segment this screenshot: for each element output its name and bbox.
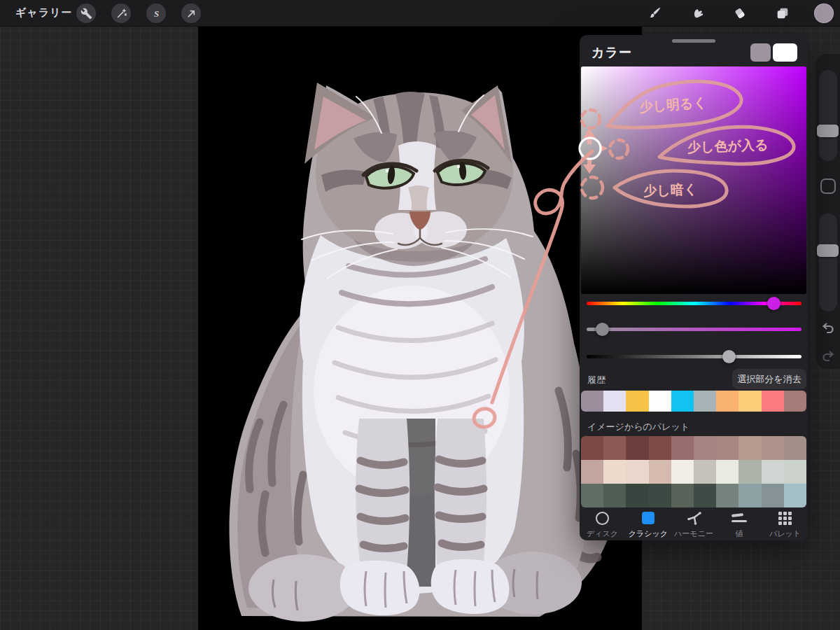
color-swatch[interactable] — [603, 436, 626, 460]
history-swatches — [581, 391, 806, 412]
palette-row — [581, 460, 806, 484]
gallery-button[interactable]: ギャラリー — [15, 6, 72, 20]
color-swatch[interactable] — [626, 436, 648, 460]
undo-button[interactable] — [820, 321, 836, 337]
color-swatch[interactable] — [603, 484, 626, 507]
color-swatch[interactable] — [716, 391, 738, 412]
transform-button[interactable] — [181, 4, 201, 23]
color-swatch[interactable] — [762, 460, 784, 484]
color-swatch[interactable] — [694, 484, 716, 507]
svg-text:S: S — [153, 8, 158, 18]
saturation-slider[interactable] — [587, 328, 802, 331]
color-swatch[interactable] — [649, 484, 671, 507]
brightness-slider[interactable] — [587, 355, 802, 358]
panel-title: カラー — [592, 44, 632, 61]
color-swatch[interactable] — [581, 391, 603, 412]
color-swatch[interactable] — [581, 436, 603, 460]
color-swatch[interactable] — [738, 460, 761, 484]
wrench-icon — [80, 8, 92, 20]
layers-button[interactable] — [773, 4, 792, 23]
color-swatch[interactable] — [716, 460, 738, 484]
disc-icon — [596, 512, 609, 525]
color-swatch[interactable] — [762, 436, 784, 460]
saturation-slider-knob[interactable] — [596, 323, 609, 336]
image-palette-label: イメージからのパレット — [587, 421, 690, 433]
color-swatch[interactable] — [716, 436, 738, 460]
tab-value[interactable]: 値 — [717, 505, 762, 540]
color-swatch[interactable] — [626, 391, 648, 412]
selection-s-icon: S — [150, 8, 162, 20]
top-toolbar: ギャラリー S — [0, 0, 840, 27]
magic-wand-icon — [115, 8, 127, 20]
color-swatch[interactable] — [649, 391, 671, 412]
color-swatch[interactable] — [626, 484, 648, 507]
current-color-button[interactable] — [814, 4, 834, 23]
brightness-slider-knob[interactable] — [722, 350, 736, 363]
color-swatch[interactable] — [603, 391, 626, 412]
tab-disc[interactable]: ディスク — [580, 505, 625, 540]
actions-button[interactable] — [76, 4, 96, 23]
panel-drag-handle[interactable] — [672, 39, 715, 43]
color-swatch[interactable] — [649, 436, 671, 460]
hue-slider[interactable] — [587, 302, 802, 305]
color-swatch[interactable] — [671, 460, 694, 484]
color-swatch[interactable] — [671, 436, 694, 460]
selection-button[interactable]: S — [146, 4, 166, 23]
color-swatch[interactable] — [581, 460, 603, 484]
brush-size-handle[interactable] — [817, 125, 839, 137]
layers-icon — [775, 6, 790, 21]
eraser-icon — [732, 6, 748, 21]
color-swatch[interactable] — [694, 391, 716, 412]
brush-button[interactable] — [645, 4, 664, 23]
color-swatch[interactable] — [626, 460, 648, 484]
color-swatch[interactable] — [784, 436, 806, 460]
color-swatch[interactable] — [716, 484, 738, 507]
color-swatch[interactable] — [671, 484, 694, 507]
classic-icon — [642, 512, 654, 524]
palette-icon — [778, 512, 792, 525]
palette-row — [581, 484, 806, 507]
history-label: 履歴 — [587, 374, 606, 386]
color-swatch[interactable] — [762, 391, 784, 412]
tab-palettes[interactable]: パレット — [762, 505, 808, 540]
color-swatch[interactable] — [738, 436, 761, 460]
color-swatch[interactable] — [784, 460, 806, 484]
smudge-icon — [690, 6, 705, 21]
adjustments-button[interactable] — [111, 4, 131, 23]
tab-harmony[interactable]: ハーモニー — [671, 505, 716, 540]
smudge-button[interactable] — [687, 4, 707, 23]
color-swatch[interactable] — [784, 391, 806, 412]
color-swatch[interactable] — [694, 436, 716, 460]
brush-sidebar — [816, 54, 840, 369]
opacity-slider[interactable] — [819, 214, 837, 312]
secondary-color-swatch[interactable] — [773, 43, 797, 62]
color-swatch[interactable] — [581, 484, 603, 507]
color-mode-tabs: ディスク クラシック ハーモニー 値 — [580, 505, 808, 540]
opacity-handle[interactable] — [817, 244, 839, 257]
value-icon — [732, 514, 747, 522]
color-swatch[interactable] — [649, 460, 671, 484]
color-swatch[interactable] — [603, 460, 626, 484]
transform-arrow-icon — [186, 8, 197, 20]
palette-row — [581, 436, 806, 460]
color-swatch[interactable] — [738, 391, 761, 412]
tab-classic[interactable]: クラシック — [625, 505, 671, 540]
brush-size-slider[interactable] — [819, 70, 837, 161]
saturation-brightness-square[interactable] — [581, 66, 806, 294]
eraser-button[interactable] — [730, 4, 750, 23]
color-swatch[interactable] — [671, 391, 694, 412]
color-swatch[interactable] — [784, 484, 806, 507]
modify-button[interactable] — [820, 178, 836, 194]
color-swatch[interactable] — [762, 484, 784, 507]
color-swatch[interactable] — [738, 484, 761, 507]
clear-selection-button[interactable]: 選択部分を消去 — [732, 369, 806, 389]
image-palette-grid — [581, 436, 806, 507]
drawing-canvas[interactable] — [198, 27, 642, 630]
redo-button[interactable] — [820, 349, 836, 365]
current-color-indicator — [814, 4, 834, 23]
color-panel: カラー 履歴 選択部分を消去 イメージからのパレット ディスク クラシック — [580, 35, 808, 540]
primary-color-swatch[interactable] — [750, 43, 771, 62]
cat-drawing — [198, 27, 642, 630]
hue-slider-knob[interactable] — [767, 297, 780, 310]
color-swatch[interactable] — [694, 460, 716, 484]
